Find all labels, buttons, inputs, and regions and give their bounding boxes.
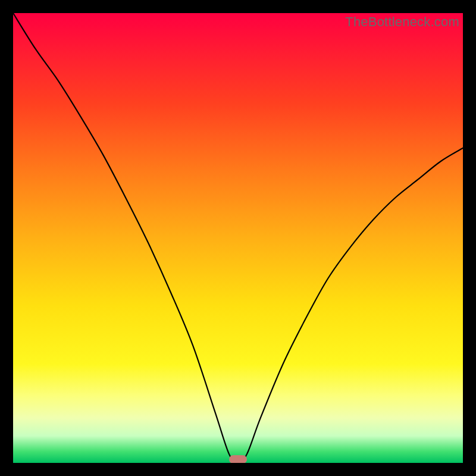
optimum-marker <box>229 455 247 463</box>
plot-area: TheBottleneck.com <box>13 13 463 463</box>
bottleneck-curve <box>13 13 463 463</box>
chart-frame: TheBottleneck.com <box>0 0 476 476</box>
